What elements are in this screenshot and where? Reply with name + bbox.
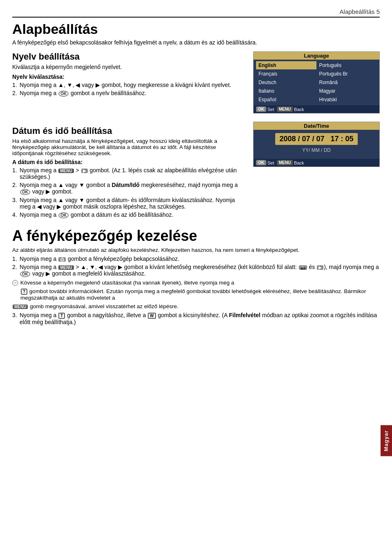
datetime-section: Dátum és idő beállítása Ha első alkalomm… bbox=[12, 122, 380, 221]
ok-icon: OK bbox=[20, 189, 30, 195]
datetime-bold-label: A dátum és idő beállítása: bbox=[12, 159, 245, 165]
dt-back-label: Back bbox=[294, 160, 304, 165]
lang-hrvatski: Hrvatski bbox=[317, 96, 377, 104]
datetime-panel: Date/Time 2008 / 07 / 07 17 : 05 YY/ MM … bbox=[253, 122, 380, 221]
list-item: 1. Nyomja meg a ⏻ gombot a fényképezőgép… bbox=[12, 256, 380, 262]
page-header: Alapbeállítás 5 bbox=[12, 8, 380, 18]
lang-ui-panel: Language English Português Français Port… bbox=[253, 51, 380, 113]
q-icon: ? bbox=[21, 289, 27, 295]
menu-icon3: MENU bbox=[13, 305, 28, 309]
dt-ui-panel: Date/Time 2008 / 07 / 07 17 : 05 YY/ MM … bbox=[253, 122, 380, 167]
language-section: Nyelv beállítása Kiválasztja a képernyőn… bbox=[12, 51, 380, 118]
dt-content: 2008 / 07 / 07 17 : 05 YY/ MM / DD bbox=[254, 130, 379, 159]
dt-panel-footer: OK Set MENU Back bbox=[254, 159, 379, 167]
list-item: 2. Nyomja meg a ▲ vagy ▼ gombot a Dátum/… bbox=[12, 182, 245, 195]
back-label: Back bbox=[294, 107, 304, 112]
set-label: Set bbox=[267, 107, 274, 112]
lang-portugues-br: Português Br bbox=[317, 70, 377, 78]
camera-steps: 1. Nyomja meg a ⏻ gombot a fényképezőgép… bbox=[12, 256, 380, 277]
language-panel: Language English Português Français Port… bbox=[253, 51, 380, 118]
sidebar-tab: Magyar bbox=[381, 425, 392, 456]
ok-button-label: OK bbox=[256, 107, 266, 112]
lang-english: English bbox=[256, 61, 316, 69]
lang-deutsch: Deutsch bbox=[256, 78, 316, 87]
page-title: Alapbeállítás 5 bbox=[340, 8, 380, 15]
language-steps: 1. Nyomja meg a ▲, ▼, ◀ vagy ▶ gombot, h… bbox=[12, 82, 245, 97]
ok-icon2: OK bbox=[20, 271, 30, 277]
note-line1: ☞ Kövesse a képernyőn megjelenő utasítás… bbox=[12, 280, 380, 286]
list-item: 2. Nyomja meg a MENU > ▲, ▼, ◀ vagy ▶ go… bbox=[12, 264, 380, 277]
datetime-text: Dátum és idő beállítása Ha első alkalomm… bbox=[12, 122, 245, 221]
lang-portugues: Português bbox=[317, 61, 377, 69]
dt-value: 2008 / 07 / 07 17 : 05 bbox=[275, 133, 357, 145]
note-line3: MENU gomb megnyomásával, amivel visszaté… bbox=[12, 303, 380, 309]
menu-button-label: MENU bbox=[277, 107, 293, 112]
list-item: 1. Nyomja meg a ▲, ▼, ◀ vagy ▶ gombot, h… bbox=[12, 82, 245, 88]
ok-icon: OK bbox=[58, 212, 69, 218]
datetime-intro: Ha első alkalommal használja a fényképez… bbox=[12, 138, 245, 156]
t-icon: T bbox=[58, 313, 65, 319]
lang-francais: Français bbox=[256, 70, 316, 78]
main-heading: Alapbeállítás bbox=[12, 22, 380, 37]
lang-romana: Română bbox=[317, 78, 377, 87]
dt-format: YY/ MM / DD bbox=[258, 147, 375, 153]
dt-ok-button: OK bbox=[256, 160, 266, 165]
camera-title: A fényképezőgép kezelése bbox=[12, 227, 380, 245]
lang-italiano: Italiano bbox=[256, 87, 316, 95]
note-circle-icon: ☞ bbox=[12, 280, 18, 286]
note-line2: ? gombot további információkért. Ezután … bbox=[12, 288, 380, 301]
play-icon: ▶ bbox=[317, 265, 323, 270]
language-subtitle: Kiválasztja a képernyőn megjelenő nyelve… bbox=[12, 64, 245, 70]
power-icon: ⏻ bbox=[58, 257, 66, 262]
camera-intro: Az alábbi eljárás általános útmutató az … bbox=[12, 247, 380, 253]
ok-icon: OK bbox=[58, 91, 69, 97]
list-item: 3. Nyomja meg a T gombot a nagyításhoz, … bbox=[12, 312, 380, 325]
menu-icon2: MENU bbox=[58, 265, 74, 270]
w-icon: W bbox=[148, 313, 156, 319]
arrow-icon: ▶ bbox=[81, 169, 88, 173]
lang-espanol: Español bbox=[256, 96, 316, 104]
list-item: 2. Nyomja meg a OK gombot a nyelv beállí… bbox=[12, 90, 245, 97]
list-item: 3. Nyomja meg a ▲ vagy ▼ gombot a dátum-… bbox=[12, 197, 245, 210]
dt-set-label: Set bbox=[267, 160, 274, 165]
list-item: 4. Nyomja meg a OK gombot a dátum és az … bbox=[12, 211, 245, 218]
menu-icon: MENU bbox=[58, 169, 74, 173]
camera-section: A fényképezőgép kezelése Az alábbi eljár… bbox=[12, 227, 380, 325]
language-title: Nyelv beállítása bbox=[12, 51, 245, 62]
dt-menu-button: MENU bbox=[277, 160, 293, 165]
lang-magyar: Magyar bbox=[317, 87, 377, 95]
datetime-title: Dátum és idő beállítása bbox=[12, 126, 245, 136]
lang-grid: English Português Français Português Br … bbox=[254, 60, 379, 105]
camera-icon: 📷 bbox=[299, 265, 307, 270]
lang-panel-title: Language bbox=[254, 52, 379, 60]
lang-panel-footer: OK Set MENU Back bbox=[254, 105, 379, 113]
language-text: Nyelv beállítása Kiválasztja a képernyőn… bbox=[12, 51, 245, 118]
list-item: 1. Nyomja meg a MENU > ▶ gombot. (Az 1. … bbox=[12, 167, 245, 180]
camera-steps-2: 3. Nyomja meg a T gombot a nagyításhoz, … bbox=[12, 312, 380, 325]
datetime-steps: 1. Nyomja meg a MENU > ▶ gombot. (Az 1. … bbox=[12, 167, 245, 218]
dt-panel-title: Date/Time bbox=[254, 122, 379, 130]
intro-paragraph: A fényképezőgép első bekapcsolásakor fel… bbox=[12, 39, 380, 46]
language-bold-label: Nyelv kiválasztása: bbox=[12, 73, 245, 80]
